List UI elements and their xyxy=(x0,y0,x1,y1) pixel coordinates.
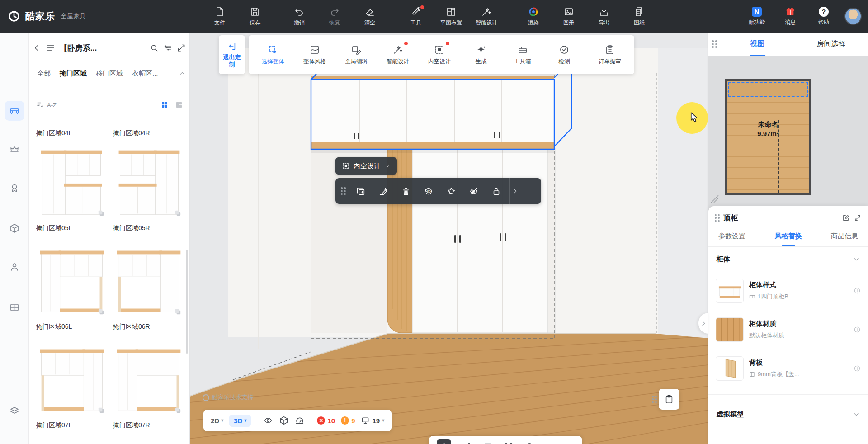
user-avatar[interactable] xyxy=(844,8,862,25)
material-brush-button[interactable] xyxy=(372,178,395,204)
item-thumbnail[interactable] xyxy=(113,242,184,318)
frame-icon[interactable] xyxy=(483,442,493,444)
list-item[interactable]: 掩门区域07L xyxy=(36,341,108,430)
duplicate-button[interactable] xyxy=(349,178,372,204)
expand-panel-icon[interactable] xyxy=(177,43,186,52)
help-circle-icon[interactable] xyxy=(524,442,534,444)
exit-customization-button[interactable]: 退出定制 xyxy=(219,35,245,74)
delete-button[interactable] xyxy=(395,178,417,204)
expand-inspector-icon[interactable] xyxy=(854,214,862,222)
clipboard-button[interactable] xyxy=(659,389,679,410)
view-2d-button[interactable]: 2D▾ xyxy=(211,417,223,425)
floorplan-selection[interactable] xyxy=(728,82,808,97)
clear-button[interactable]: 清空 xyxy=(354,0,385,33)
item-thumbnail[interactable] xyxy=(36,439,108,444)
global-edit-button[interactable]: 全局编辑 xyxy=(335,35,377,74)
item-label[interactable]: 掩门区域05R xyxy=(113,224,184,232)
backboard-thumbnail[interactable] xyxy=(716,356,744,381)
drawings-button[interactable]: 图纸 xyxy=(624,0,655,33)
tab-all[interactable]: 全部 xyxy=(37,69,51,78)
list-item[interactable] xyxy=(36,439,108,444)
item-label[interactable]: 掩门区域04L xyxy=(36,129,108,137)
sidebar-item-furniture-library[interactable] xyxy=(5,101,24,121)
item-label[interactable]: 掩门区域07R xyxy=(113,421,184,430)
edit-icon[interactable] xyxy=(842,214,850,222)
detect-button[interactable]: 检测 xyxy=(543,35,585,74)
help-button[interactable]: ? 帮助 xyxy=(811,0,836,33)
tab-cloak-zone[interactable]: 衣帽区... xyxy=(132,69,158,78)
render-button[interactable]: 渲染 xyxy=(518,0,549,33)
redo-button[interactable]: 恢复 xyxy=(319,0,350,33)
tab-product-info[interactable]: 商品信息 xyxy=(831,232,858,241)
scrollbar[interactable] xyxy=(186,250,188,354)
style-item-cabinet-material[interactable]: 柜体材质 默认柜体材质 xyxy=(708,310,868,349)
item-label[interactable]: 掩门区域04R xyxy=(113,129,184,137)
sidebar-item-models[interactable] xyxy=(5,218,24,238)
smart-design-button[interactable]: 智能设计 xyxy=(471,0,502,33)
undo-button[interactable]: 撤销 xyxy=(284,0,315,33)
item-thumbnail[interactable] xyxy=(113,144,184,220)
warning-count[interactable]: !9 xyxy=(341,416,355,425)
drag-handle-icon[interactable] xyxy=(341,187,346,195)
generate-button[interactable]: 生成 xyxy=(460,35,502,74)
section-virtual-model-header[interactable]: 虚拟模型 xyxy=(708,402,868,426)
walkthrough-button[interactable] xyxy=(437,439,451,444)
cube-view-icon[interactable] xyxy=(279,416,289,425)
overall-style-button[interactable]: 整体风格 xyxy=(294,35,335,74)
sidebar-item-medal[interactable] xyxy=(5,178,24,198)
view-3d-button[interactable]: 3D▾ xyxy=(229,415,251,427)
visibility-icon[interactable] xyxy=(263,416,273,425)
new-features-button[interactable]: N 新功能 xyxy=(744,0,769,33)
lock-button[interactable] xyxy=(485,178,508,204)
grid-view-icon[interactable] xyxy=(160,101,169,109)
drag-handle-icon[interactable] xyxy=(712,40,717,48)
info-icon[interactable] xyxy=(854,326,861,333)
style-item-backboard[interactable]: 背板 9mm背板【竖... xyxy=(708,349,868,388)
toolbox-button[interactable]: 工具箱 xyxy=(502,35,543,74)
tab-view[interactable]: 视图 xyxy=(721,39,794,49)
messages-button[interactable]: 消息 xyxy=(778,0,803,33)
list-item[interactable]: 掩门区域05R xyxy=(113,144,184,232)
tab-hinged-door-zone[interactable]: 掩门区域 xyxy=(60,69,87,78)
save-button[interactable]: 保存 xyxy=(240,0,270,33)
list-item[interactable]: 掩门区域06R xyxy=(113,242,184,331)
cabinet-material-thumbnail[interactable] xyxy=(716,317,744,342)
info-icon[interactable] xyxy=(854,365,861,372)
sidebar-item-drawer[interactable] xyxy=(5,298,24,317)
item-label[interactable]: 掩门区域06L xyxy=(36,323,108,331)
brackets-icon[interactable] xyxy=(504,442,514,444)
category-list-icon[interactable] xyxy=(46,43,55,52)
sidebar-item-profile[interactable] xyxy=(5,257,24,277)
tab-sliding-door-zone[interactable]: 移门区域 xyxy=(96,69,123,78)
item-label[interactable]: 掩门区域06R xyxy=(113,323,184,331)
list-item[interactable]: 掩门区域05L xyxy=(36,144,108,232)
item-thumbnail[interactable] xyxy=(36,341,108,417)
drag-handle-icon[interactable] xyxy=(715,214,720,222)
filter-icon[interactable] xyxy=(163,43,172,52)
file-button[interactable]: 文件 xyxy=(204,0,235,33)
item-thumbnail[interactable] xyxy=(36,242,108,318)
tab-parameters[interactable]: 参数设置 xyxy=(718,232,745,241)
views-count[interactable]: 19▾ xyxy=(361,416,384,425)
item-thumbnail[interactable] xyxy=(113,439,184,444)
view-2d-rotate-button[interactable]: 2D xyxy=(417,178,440,204)
info-icon[interactable] xyxy=(854,287,861,294)
sort-label[interactable]: A-Z xyxy=(47,102,57,109)
floorplan-room[interactable]: 未命名 9.97m² xyxy=(725,79,811,195)
error-count[interactable]: ✕10 xyxy=(317,416,335,425)
interior-design-context-button[interactable]: 内空设计 xyxy=(335,157,397,175)
floorplan-minimap[interactable]: 未命名 9.97m² xyxy=(708,56,868,206)
sidebar-item-layers[interactable] xyxy=(5,401,24,421)
list-item[interactable]: 掩门区域06L xyxy=(36,242,108,331)
item-label[interactable]: 掩门区域05L xyxy=(36,224,108,232)
room-3d-scene[interactable] xyxy=(190,33,708,444)
favorite-button[interactable] xyxy=(440,178,462,204)
tab-style-replace[interactable]: 风格替换 xyxy=(775,232,802,241)
mixed-view-icon[interactable] xyxy=(175,101,183,109)
ruler-icon[interactable] xyxy=(462,442,472,444)
section-cabinet-header[interactable]: 柜体 xyxy=(708,247,868,271)
hide-button[interactable] xyxy=(462,178,485,204)
collapse-tabs-icon[interactable] xyxy=(179,70,186,77)
sort-icon[interactable] xyxy=(36,101,44,109)
order-review-button[interactable]: 订单提审 xyxy=(589,35,631,74)
